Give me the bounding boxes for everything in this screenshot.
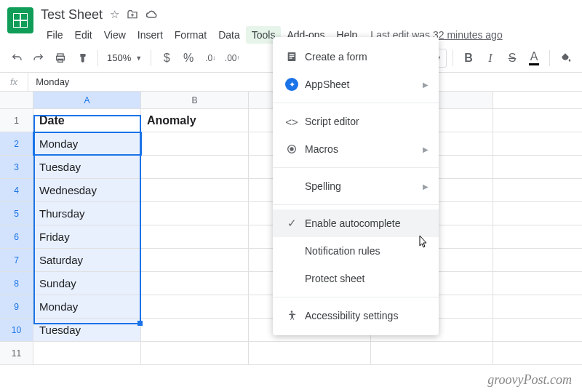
move-icon[interactable] (127, 9, 138, 20)
row-header[interactable]: 1 (0, 109, 33, 132)
currency-icon[interactable]: $ (157, 49, 176, 68)
decrease-decimal-icon[interactable]: .0↓ (201, 49, 220, 68)
svg-rect-5 (290, 56, 295, 57)
zoom-select[interactable]: 150%▼ (104, 52, 145, 63)
cell[interactable] (249, 342, 371, 364)
doc-title[interactable]: Test Sheet (41, 7, 103, 23)
formula-value[interactable]: Monday (28, 76, 69, 87)
menu-file[interactable]: File (41, 26, 69, 44)
select-all-corner[interactable] (0, 92, 33, 108)
record-icon (283, 143, 300, 155)
svg-rect-6 (290, 57, 292, 58)
watermark: groovyPost.com (487, 372, 572, 388)
menu-accessibility[interactable]: Accessibility settings (273, 302, 439, 329)
fx-label: fx (0, 73, 28, 91)
submenu-arrow-icon: ▶ (423, 183, 428, 191)
submenu-arrow-icon: ▶ (423, 145, 428, 153)
text-color-icon[interactable]: A (525, 49, 543, 68)
paint-format-icon[interactable] (73, 49, 92, 68)
cell[interactable]: Thursday (33, 202, 141, 225)
strikethrough-icon[interactable]: S (503, 49, 522, 68)
cell[interactable]: Tuesday (33, 156, 141, 178)
cell[interactable] (141, 179, 249, 201)
svg-rect-2 (58, 59, 63, 62)
cloud-icon[interactable] (146, 9, 159, 20)
increase-decimal-icon[interactable]: .00↑ (223, 49, 242, 68)
row-header[interactable]: 3 (0, 156, 33, 178)
cell[interactable]: Monday (33, 295, 141, 318)
cell[interactable] (141, 295, 249, 318)
italic-icon[interactable]: I (481, 49, 500, 68)
row-header[interactable]: 9 (0, 295, 33, 318)
menu-create-form[interactable]: Create a form (273, 43, 439, 71)
row-header[interactable]: 7 (0, 249, 33, 271)
menu-enable-autocomplete[interactable]: ✓ Enable autocomplete (273, 209, 439, 237)
menu-notification-rules[interactable]: Notification rules (273, 237, 439, 265)
row-header[interactable]: 6 (0, 225, 33, 248)
cell[interactable] (141, 249, 249, 271)
menu-appsheet[interactable]: ✦ AppSheet ▶ (273, 71, 439, 98)
cell[interactable]: Friday (33, 225, 141, 248)
check-icon: ✓ (283, 217, 300, 230)
star-icon[interactable]: ☆ (110, 8, 119, 21)
appsheet-icon: ✦ (283, 78, 300, 91)
code-icon: <> (283, 116, 300, 128)
cell[interactable] (141, 342, 249, 364)
bold-icon[interactable]: B (459, 49, 478, 68)
svg-rect-4 (290, 54, 295, 55)
menu-protect-sheet[interactable]: Protect sheet (273, 265, 439, 292)
menu-script-editor[interactable]: <> Script editor (273, 108, 439, 135)
cell[interactable] (141, 225, 249, 248)
undo-icon[interactable] (7, 49, 26, 68)
cell[interactable]: Wednesday (33, 179, 141, 201)
cell[interactable] (141, 319, 249, 341)
col-header-B[interactable]: B (141, 92, 249, 108)
cell[interactable] (33, 342, 141, 364)
menu-data[interactable]: Data (212, 26, 246, 44)
cell[interactable]: Monday (33, 132, 141, 155)
menu-view[interactable]: View (98, 26, 132, 44)
menu-spelling[interactable]: Spelling ▶ (273, 172, 439, 200)
submenu-arrow-icon: ▶ (423, 81, 428, 89)
cell[interactable] (141, 272, 249, 295)
cell[interactable]: Tuesday (33, 319, 141, 341)
form-icon (283, 51, 300, 63)
tools-dropdown: Create a form ✦ AppSheet ▶ <> Script edi… (273, 37, 439, 335)
row-header[interactable]: 11 (0, 342, 33, 364)
sheets-logo[interactable] (7, 7, 33, 33)
menu-edit[interactable]: Edit (69, 26, 98, 44)
cell[interactable]: Sunday (33, 272, 141, 295)
menu-macros[interactable]: Macros ▶ (273, 135, 439, 163)
cell[interactable]: Saturday (33, 249, 141, 271)
redo-icon[interactable] (29, 49, 48, 68)
row-header[interactable]: 4 (0, 179, 33, 201)
row-header[interactable]: 8 (0, 272, 33, 295)
cell[interactable] (141, 132, 249, 155)
cell[interactable]: Date (33, 109, 141, 132)
cell[interactable] (141, 202, 249, 225)
percent-icon[interactable]: % (179, 49, 198, 68)
col-header-A[interactable]: A (33, 92, 141, 108)
accessibility-icon (283, 310, 300, 321)
row-header[interactable]: 5 (0, 202, 33, 225)
cell[interactable] (141, 156, 249, 178)
row-header[interactable]: 2 (0, 132, 33, 155)
print-icon[interactable] (51, 49, 70, 68)
cell[interactable] (371, 342, 493, 364)
menu-format[interactable]: Format (169, 26, 212, 44)
row-header[interactable]: 10 (0, 319, 33, 341)
menu-insert[interactable]: Insert (132, 26, 169, 44)
fill-color-icon[interactable] (556, 49, 575, 68)
svg-point-8 (290, 148, 293, 151)
svg-point-9 (291, 311, 293, 313)
cell[interactable]: Anomaly (141, 109, 249, 132)
